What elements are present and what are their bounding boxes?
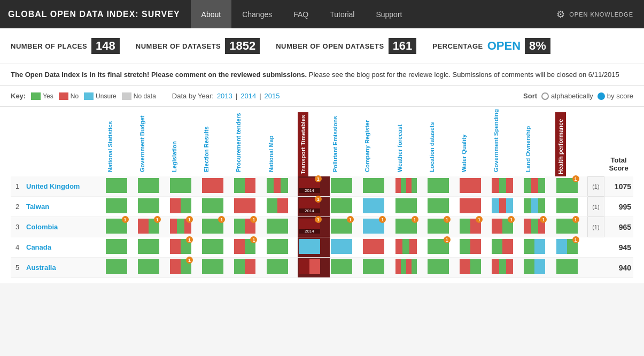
country-cell[interactable]: Australia xyxy=(24,258,105,278)
nav-tutorial[interactable]: Tutorial xyxy=(319,0,365,28)
paren-cell xyxy=(588,237,604,258)
data-cell xyxy=(266,217,298,237)
badge: 1 xyxy=(186,216,193,223)
table-row: 5Australia1940 xyxy=(11,258,633,278)
data-cell: 1 xyxy=(491,217,523,237)
nav-faq[interactable]: FAQ xyxy=(283,0,319,28)
badge: 1 xyxy=(250,236,257,243)
country-cell[interactable]: United Kingdom xyxy=(24,176,105,197)
badge: 1 xyxy=(572,236,579,243)
main-nav: About Changes FAQ Tutorial Support xyxy=(191,0,413,28)
data-table: National Statistics Government Budget Le… xyxy=(11,112,633,278)
data-cell xyxy=(426,258,459,278)
badge: 1 xyxy=(186,236,193,243)
paren-header xyxy=(588,112,604,176)
sort-alpha-radio[interactable] xyxy=(541,92,549,100)
badge: 1 xyxy=(379,216,386,223)
data-cell: 20141 xyxy=(298,197,330,217)
stat-percentage-value: 8% xyxy=(525,38,550,54)
data-cell xyxy=(362,237,394,258)
nodata-label: No data xyxy=(134,92,156,100)
data-cell xyxy=(523,197,555,217)
col-national-statistics: National Statistics xyxy=(105,112,137,176)
sort-by-score[interactable]: by score xyxy=(598,92,633,100)
column-header-row: National Statistics Government Budget Le… xyxy=(11,112,633,176)
rank-cell: 5 xyxy=(11,258,24,278)
data-cell: 1 xyxy=(555,176,588,197)
sort-alphabetically[interactable]: alphabetically xyxy=(541,92,593,100)
col-gov-spending: Government Spending xyxy=(491,112,523,176)
score-cell: 945 xyxy=(604,237,633,258)
main-content: National Statistics Government Budget Le… xyxy=(0,107,644,283)
col-land: Land Ownership xyxy=(523,112,555,176)
table-body: 1United Kingdom201411(1)10752Taiwan20141… xyxy=(11,176,633,278)
stat-open-datasets: NUMBER OF OPEN DATASETS 161 xyxy=(276,38,416,54)
country-cell[interactable]: Canada xyxy=(24,237,105,258)
controls-bar: Key: Yes No Unsure No data Data by Year:… xyxy=(0,86,644,107)
data-cell: 1 xyxy=(169,258,201,278)
data-cell: 1 xyxy=(459,217,491,237)
sort-score-radio[interactable] xyxy=(598,92,605,100)
year-selector: Data by Year: 2013 | 2014 | 2015 xyxy=(172,92,280,100)
data-cell xyxy=(459,176,491,197)
legend-nodata: No data xyxy=(122,92,156,100)
badge: 1 xyxy=(315,216,322,223)
data-cell xyxy=(137,237,169,258)
badge: 1 xyxy=(540,216,547,223)
badge: 1 xyxy=(572,175,579,182)
data-cell xyxy=(459,237,491,258)
table-row: 1United Kingdom201411(1)1075 xyxy=(11,176,633,197)
data-cell xyxy=(201,197,233,217)
data-cell xyxy=(362,197,394,217)
col-legislation: Legislation xyxy=(169,112,201,176)
data-cell xyxy=(266,197,298,217)
data-cell: 1 xyxy=(555,217,588,237)
data-cell xyxy=(330,258,362,278)
legend-label: Key: xyxy=(11,92,26,100)
data-cell xyxy=(523,237,555,258)
data-cell xyxy=(362,176,394,197)
site-title: GLOBAL OPEN DATA INDEX: SURVEY xyxy=(8,10,180,19)
data-cell xyxy=(394,237,426,258)
year-2013[interactable]: 2013 xyxy=(217,92,232,100)
no-label: No xyxy=(71,92,79,100)
data-cell: 1 xyxy=(426,217,459,237)
paren-cell: (1) xyxy=(588,217,604,237)
data-cell xyxy=(298,258,330,278)
col-location: Location datasets xyxy=(426,112,459,176)
data-cell: 1 xyxy=(330,217,362,237)
data-cell xyxy=(298,237,330,258)
nav-changes[interactable]: Changes xyxy=(231,0,283,28)
year-2014[interactable]: 2014 xyxy=(240,92,256,100)
yes-color-box xyxy=(31,92,41,100)
badge: 1 xyxy=(218,216,225,223)
data-cell xyxy=(233,197,265,217)
col-national-map: National Map xyxy=(266,112,298,176)
year-2015[interactable]: 2015 xyxy=(265,92,280,100)
data-cell xyxy=(330,197,362,217)
country-cell[interactable]: Colombia xyxy=(24,217,105,237)
country-cell[interactable]: Taiwan xyxy=(24,197,105,217)
data-cell xyxy=(523,176,555,197)
nodata-color-box xyxy=(122,92,131,100)
data-cell xyxy=(169,197,201,217)
col-transport: Transport Timetables xyxy=(298,112,330,176)
nav-support[interactable]: Support xyxy=(365,0,413,28)
stat-open-datasets-value: 161 xyxy=(389,38,417,54)
badge: 1 xyxy=(572,216,579,223)
data-cell: 1 xyxy=(555,237,588,258)
data-cell xyxy=(394,197,426,217)
nav-about[interactable]: About xyxy=(191,0,232,28)
badge: 1 xyxy=(444,216,451,223)
score-cell: 995 xyxy=(604,197,633,217)
data-cell: 1 xyxy=(201,217,233,237)
no-color-box xyxy=(59,92,68,100)
data-cell: 1 xyxy=(169,217,201,237)
badge: 1 xyxy=(154,216,161,223)
col-health: Health performance xyxy=(555,112,588,176)
paren-cell: (1) xyxy=(588,176,604,197)
data-cell xyxy=(459,197,491,217)
year-label: 2014 xyxy=(299,229,320,234)
sort-score-label: by score xyxy=(607,92,633,100)
notice-bar: The Open Data Index is in its final stre… xyxy=(0,64,644,86)
